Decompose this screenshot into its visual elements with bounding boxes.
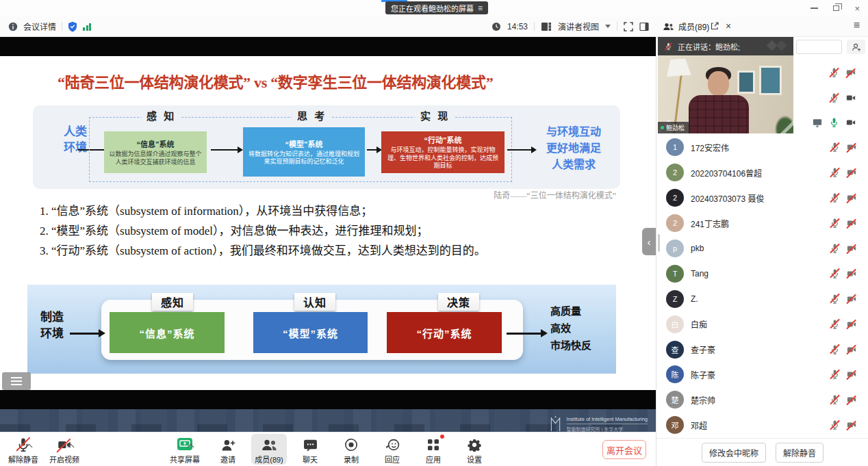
mic-muted-icon[interactable]: [830, 319, 840, 330]
member-avatar: Z: [666, 290, 684, 308]
speaker-video-thumbnail[interactable]: 鲍劲松: [658, 55, 793, 133]
camera-off-icon[interactable]: [846, 320, 857, 329]
invite-button[interactable]: 邀请: [210, 434, 246, 465]
slide-thumbnails-button[interactable]: [2, 372, 31, 390]
camera-off-icon[interactable]: [845, 68, 856, 77]
view-mode-label[interactable]: 演讲者视图: [558, 21, 599, 32]
speaker-body: [689, 95, 749, 133]
mic-muted-icon[interactable]: [830, 243, 840, 254]
members-panel-header: 成员(89) × ≡: [656, 16, 868, 36]
mic-muted-icon[interactable]: [829, 92, 839, 103]
camera-on-icon[interactable]: [845, 93, 856, 103]
camera-off-icon[interactable]: [846, 370, 857, 379]
info-icon[interactable]: [8, 22, 18, 31]
camera-off-icon[interactable]: [846, 395, 857, 404]
notification-badge: [440, 435, 444, 439]
member-avatar: 2: [666, 164, 684, 181]
box-desc: 与环境互动，控制能量转换，实现对物理、生物世界和人类社会的控制，达成预期目标: [385, 146, 501, 170]
mic-muted-icon[interactable]: [830, 369, 840, 380]
watermark: [776, 40, 787, 51]
fullscreen-icon[interactable]: [624, 22, 633, 31]
member-avatar: 邓: [666, 416, 684, 434]
member-row[interactable]: p pkb: [656, 236, 868, 261]
close-panel-icon[interactable]: ×: [726, 20, 731, 34]
arrow: [507, 149, 532, 151]
security-shield-icon[interactable]: [68, 21, 77, 32]
member-row[interactable]: 楚 楚宗帅: [656, 387, 868, 413]
member-row[interactable]: 白 白痴: [656, 311, 868, 337]
camera-off-icon[interactable]: [846, 244, 857, 253]
mic-muted-icon[interactable]: [830, 344, 840, 355]
settings-button[interactable]: 设置: [457, 434, 492, 465]
mic-muted-icon[interactable]: [829, 67, 839, 78]
camera-off-icon[interactable]: [846, 269, 857, 279]
speaker-view-icon[interactable]: [541, 22, 552, 31]
restore-icon[interactable]: [833, 5, 839, 11]
outcome-line: 人类需求: [537, 157, 610, 173]
member-row[interactable]: Z Z.: [656, 286, 868, 311]
member-row[interactable]: 查 查子豪: [656, 337, 868, 362]
camera-off-icon[interactable]: [846, 420, 857, 430]
rename-button[interactable]: 修改会中昵称: [702, 443, 766, 463]
mic-muted-icon[interactable]: [830, 268, 840, 279]
member-search-input[interactable]: [796, 40, 842, 54]
member-row[interactable]: 邓 邓超: [656, 413, 868, 438]
add-member-button[interactable]: [847, 40, 865, 54]
institute-name-zh: 智能制造研究所 | 东华大学: [567, 424, 648, 432]
collapse-panel-handle[interactable]: ‹: [642, 228, 656, 255]
member-list[interactable]: 1 172安宏伟 2 202203704106曾超 2 202403703073…: [656, 135, 868, 438]
member-row[interactable]: 2 202203704106曾超: [656, 160, 868, 185]
institute-name-en: Institute of Intelligent Manufacturing: [567, 416, 648, 424]
scrollbar[interactable]: [658, 234, 660, 252]
camera-off-icon[interactable]: [846, 142, 857, 152]
window-close-icon[interactable]: ×: [854, 4, 860, 13]
hamburger-menu-icon[interactable]: ≡: [854, 19, 860, 31]
share-screen-button[interactable]: 共享屏幕: [165, 434, 205, 465]
member-row[interactable]: 陈 陈子豪: [656, 362, 868, 387]
leave-meeting-button[interactable]: 离开会议: [602, 440, 646, 459]
member-row[interactable]: T Tang: [656, 261, 868, 286]
minimize-icon[interactable]: [810, 8, 818, 9]
apps-button[interactable]: 应用: [416, 434, 451, 465]
members-panel: 正在讲话：鲍劲松; 鲍劲松: [656, 37, 868, 466]
tooltip-menu-icon[interactable]: ≡: [478, 3, 483, 13]
unmute-button[interactable]: 解除静音: [5, 434, 41, 465]
popout-panel-icon[interactable]: [710, 21, 719, 31]
mic-muted-icon[interactable]: [830, 142, 840, 153]
slide-title: “陆奇三位一体结构演化模式” vs “数字孪生三位一体结构演化模式”: [58, 70, 639, 92]
reactions-button[interactable]: 回应: [374, 434, 410, 465]
mic-muted-icon[interactable]: [830, 419, 840, 430]
outcome-line: 市场快反: [550, 337, 613, 354]
start-video-button[interactable]: 开启视频: [47, 434, 82, 465]
unmute-request-button[interactable]: 解除静音: [776, 443, 824, 463]
member-row[interactable]: 2 241丁志鹏: [656, 211, 868, 236]
camera-off-icon[interactable]: [846, 218, 857, 228]
participant-status-row: [829, 67, 856, 78]
outcome-line: 高质量: [550, 302, 613, 320]
record-button[interactable]: 录制: [333, 434, 369, 465]
camera-on-icon[interactable]: [845, 118, 856, 127]
camera-off-icon[interactable]: [846, 345, 857, 354]
mic-muted-icon[interactable]: [830, 167, 840, 178]
mic-muted-icon[interactable]: [830, 192, 840, 203]
mic-muted-icon[interactable]: [830, 394, 840, 405]
member-row[interactable]: 2 202403703073 聂俊: [656, 185, 868, 211]
chat-button[interactable]: 聊天: [292, 434, 328, 465]
members-button[interactable]: 成员(89): [251, 434, 287, 465]
mic-muted-icon[interactable]: [830, 218, 840, 229]
screen-sharing-icon[interactable]: [812, 118, 823, 128]
chevron-down-icon[interactable]: [605, 25, 611, 28]
member-name: 邓超: [691, 419, 830, 431]
mic-active-icon[interactable]: [829, 117, 839, 128]
member-name: 202203704106曾超: [691, 167, 830, 179]
mic-muted-icon[interactable]: [830, 294, 840, 305]
camera-off-icon[interactable]: [846, 168, 857, 177]
side-panel-icon[interactable]: [639, 22, 649, 31]
member-row[interactable]: 1 172安宏伟: [656, 135, 868, 160]
network-signal-icon[interactable]: [83, 23, 91, 31]
camera-off-icon[interactable]: [846, 294, 857, 304]
slide-list-item: 3. “行动”系统（subsystem of action），我们最终和环境做交…: [40, 241, 628, 261]
stage-label-realize: 实 现: [415, 109, 455, 123]
camera-off-icon[interactable]: [846, 193, 857, 203]
meeting-details-label[interactable]: 会议详情: [23, 21, 56, 32]
